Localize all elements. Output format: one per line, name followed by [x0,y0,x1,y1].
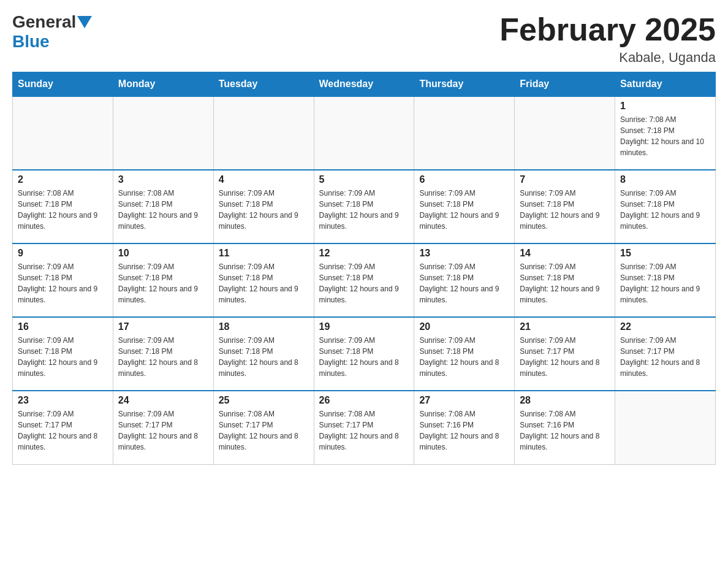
logo-general-text: General [12,12,76,32]
day-number: 16 [18,321,108,332]
day-number: 6 [419,174,509,185]
day-number: 18 [219,321,309,332]
day-info: Sunrise: 7:09 AM Sunset: 7:18 PM Dayligh… [219,188,309,232]
day-info: Sunrise: 7:09 AM Sunset: 7:18 PM Dayligh… [18,261,108,305]
day-cell: 21Sunrise: 7:09 AM Sunset: 7:17 PM Dayli… [515,317,615,391]
day-number: 9 [18,248,108,259]
day-cell: 23Sunrise: 7:09 AM Sunset: 7:17 PM Dayli… [13,391,113,464]
day-info: Sunrise: 7:08 AM Sunset: 7:17 PM Dayligh… [319,408,409,453]
day-number: 15 [620,248,710,259]
day-cell: 18Sunrise: 7:09 AM Sunset: 7:18 PM Dayli… [213,317,314,391]
day-number: 10 [118,248,208,259]
day-cell: 9Sunrise: 7:09 AM Sunset: 7:18 PM Daylig… [13,243,113,317]
day-cell: 6Sunrise: 7:09 AM Sunset: 7:18 PM Daylig… [414,170,515,243]
day-header-monday: Monday [113,72,213,97]
day-number: 20 [419,321,509,332]
week-row-4: 23Sunrise: 7:09 AM Sunset: 7:17 PM Dayli… [13,391,716,464]
day-number: 23 [18,395,108,406]
day-cell [615,391,716,464]
day-number: 14 [520,248,610,259]
day-header-saturday: Saturday [615,72,716,97]
day-info: Sunrise: 7:09 AM Sunset: 7:18 PM Dayligh… [419,188,509,232]
day-cell: 11Sunrise: 7:09 AM Sunset: 7:18 PM Dayli… [213,243,314,317]
day-number: 5 [319,174,409,185]
day-number: 21 [520,321,610,332]
day-info: Sunrise: 7:09 AM Sunset: 7:18 PM Dayligh… [319,261,409,305]
day-header-sunday: Sunday [13,72,113,97]
day-number: 4 [219,174,309,185]
week-row-0: 1Sunrise: 7:08 AM Sunset: 7:18 PM Daylig… [13,96,716,170]
month-title: February 2025 [499,12,716,47]
day-info: Sunrise: 7:09 AM Sunset: 7:17 PM Dayligh… [18,408,108,453]
day-cell: 1Sunrise: 7:08 AM Sunset: 7:18 PM Daylig… [615,96,716,170]
day-number: 22 [620,321,710,332]
location: Kabale, Uganda [499,50,716,66]
day-cell: 3Sunrise: 7:08 AM Sunset: 7:18 PM Daylig… [113,170,213,243]
day-info: Sunrise: 7:09 AM Sunset: 7:17 PM Dayligh… [118,408,208,453]
calendar-header: SundayMondayTuesdayWednesdayThursdayFrid… [13,72,716,97]
calendar-body: 1Sunrise: 7:08 AM Sunset: 7:18 PM Daylig… [13,96,716,464]
day-number: 26 [319,395,409,406]
day-cell: 10Sunrise: 7:09 AM Sunset: 7:18 PM Dayli… [113,243,213,317]
day-info: Sunrise: 7:09 AM Sunset: 7:17 PM Dayligh… [620,335,710,379]
day-cell: 20Sunrise: 7:09 AM Sunset: 7:18 PM Dayli… [414,317,515,391]
day-cell: 25Sunrise: 7:08 AM Sunset: 7:17 PM Dayli… [213,391,314,464]
day-cell [13,96,113,170]
day-cell [414,96,515,170]
day-cell: 13Sunrise: 7:09 AM Sunset: 7:18 PM Dayli… [414,243,515,317]
day-info: Sunrise: 7:09 AM Sunset: 7:18 PM Dayligh… [419,261,509,305]
day-cell: 2Sunrise: 7:08 AM Sunset: 7:18 PM Daylig… [13,170,113,243]
day-info: Sunrise: 7:09 AM Sunset: 7:18 PM Dayligh… [419,335,509,379]
week-row-3: 16Sunrise: 7:09 AM Sunset: 7:18 PM Dayli… [13,317,716,391]
day-cell: 22Sunrise: 7:09 AM Sunset: 7:17 PM Dayli… [615,317,716,391]
day-info: Sunrise: 7:09 AM Sunset: 7:18 PM Dayligh… [620,188,710,232]
header-row: SundayMondayTuesdayWednesdayThursdayFrid… [13,72,716,97]
day-info: Sunrise: 7:08 AM Sunset: 7:18 PM Dayligh… [118,188,208,232]
day-cell [515,96,615,170]
day-cell: 27Sunrise: 7:08 AM Sunset: 7:16 PM Dayli… [414,391,515,464]
logo-triangle-icon [77,16,92,28]
day-info: Sunrise: 7:08 AM Sunset: 7:16 PM Dayligh… [419,408,509,453]
day-header-tuesday: Tuesday [213,72,314,97]
day-cell: 14Sunrise: 7:09 AM Sunset: 7:18 PM Dayli… [515,243,615,317]
day-number: 13 [419,248,509,259]
day-number: 19 [319,321,409,332]
day-number: 8 [620,174,710,185]
title-block: February 2025 Kabale, Uganda [499,12,716,66]
day-cell: 16Sunrise: 7:09 AM Sunset: 7:18 PM Dayli… [13,317,113,391]
day-cell: 12Sunrise: 7:09 AM Sunset: 7:18 PM Dayli… [314,243,414,317]
day-info: Sunrise: 7:08 AM Sunset: 7:18 PM Dayligh… [620,114,710,158]
logo-blue-text: Blue [12,32,50,51]
day-cell: 28Sunrise: 7:08 AM Sunset: 7:16 PM Dayli… [515,391,615,464]
day-info: Sunrise: 7:08 AM Sunset: 7:16 PM Dayligh… [520,408,610,453]
day-cell: 5Sunrise: 7:09 AM Sunset: 7:18 PM Daylig… [314,170,414,243]
day-info: Sunrise: 7:09 AM Sunset: 7:18 PM Dayligh… [319,188,409,232]
day-cell: 4Sunrise: 7:09 AM Sunset: 7:18 PM Daylig… [213,170,314,243]
logo: General Blue [12,12,93,52]
day-header-thursday: Thursday [414,72,515,97]
day-cell: 19Sunrise: 7:09 AM Sunset: 7:18 PM Dayli… [314,317,414,391]
week-row-1: 2Sunrise: 7:08 AM Sunset: 7:18 PM Daylig… [13,170,716,243]
calendar-table: SundayMondayTuesdayWednesdayThursdayFrid… [12,72,716,465]
day-info: Sunrise: 7:09 AM Sunset: 7:18 PM Dayligh… [520,188,610,232]
day-cell: 15Sunrise: 7:09 AM Sunset: 7:18 PM Dayli… [615,243,716,317]
day-info: Sunrise: 7:08 AM Sunset: 7:17 PM Dayligh… [219,408,309,453]
day-info: Sunrise: 7:09 AM Sunset: 7:18 PM Dayligh… [18,335,108,379]
day-info: Sunrise: 7:09 AM Sunset: 7:18 PM Dayligh… [219,335,309,379]
day-number: 11 [219,248,309,259]
day-info: Sunrise: 7:09 AM Sunset: 7:18 PM Dayligh… [319,335,409,379]
page-header: General Blue February 2025 Kabale, Ugand… [12,12,716,66]
day-number: 3 [118,174,208,185]
day-cell [113,96,213,170]
day-cell: 7Sunrise: 7:09 AM Sunset: 7:18 PM Daylig… [515,170,615,243]
day-number: 2 [18,174,108,185]
day-cell: 17Sunrise: 7:09 AM Sunset: 7:18 PM Dayli… [113,317,213,391]
day-number: 7 [520,174,610,185]
day-header-friday: Friday [515,72,615,97]
day-number: 27 [419,395,509,406]
day-info: Sunrise: 7:09 AM Sunset: 7:18 PM Dayligh… [219,261,309,305]
day-number: 24 [118,395,208,406]
day-info: Sunrise: 7:09 AM Sunset: 7:18 PM Dayligh… [520,261,610,305]
week-row-2: 9Sunrise: 7:09 AM Sunset: 7:18 PM Daylig… [13,243,716,317]
day-number: 25 [219,395,309,406]
